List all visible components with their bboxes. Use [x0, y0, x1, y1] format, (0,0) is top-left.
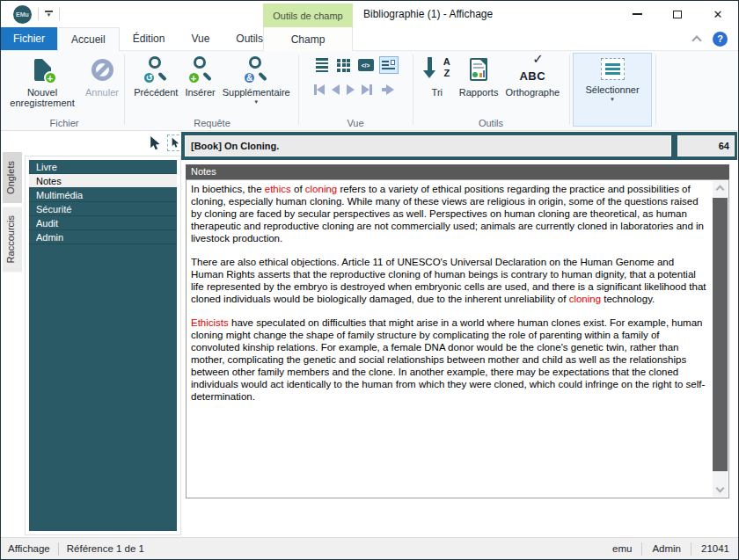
vertical-scrollbar[interactable]: [713, 181, 728, 497]
grid-view-button[interactable]: [335, 57, 353, 73]
sidebar-item-securite[interactable]: Sécurité: [29, 202, 177, 216]
group-separator: [124, 55, 125, 125]
search-insert-icon: +: [187, 56, 214, 83]
app-logo-icon[interactable]: EMu: [13, 5, 32, 24]
collapse-ribbon-icon[interactable]: [691, 35, 701, 45]
sidebar-item-admin[interactable]: Admin: [29, 230, 177, 244]
quick-access-toolbar: EMu ▼: [1, 5, 60, 24]
tab-fichier[interactable]: Fichier: [1, 27, 57, 50]
notes-textarea[interactable]: In bioethics, the ethics of cloning refe…: [186, 179, 729, 498]
status-build: 21041: [701, 543, 729, 554]
list-view-button[interactable]: [313, 57, 331, 73]
previous-query-label: Précédent: [134, 87, 178, 98]
group-separator: [413, 55, 413, 125]
help-icon[interactable]: ?: [713, 32, 728, 47]
chevron-up-icon: [716, 185, 725, 194]
divider: [691, 542, 691, 556]
sidebar-item-audit[interactable]: Audit: [29, 216, 177, 230]
sidebar-item-multimedia[interactable]: Multimédia: [29, 188, 177, 202]
sort-az-icon: AZ: [422, 57, 452, 82]
form-view-button-selected[interactable]: [379, 56, 399, 74]
status-reference-count: Référence 1 de 1: [67, 543, 144, 554]
goto-record-icon: [386, 84, 394, 95]
sidebar-item-livre[interactable]: Livre: [29, 160, 177, 174]
code-view-icon: </>: [358, 59, 374, 71]
ribbon-group-fichier: + Nouvel enregistrement Annuler Fichier: [4, 53, 124, 116]
spellcheck-icon: ✓ ABC: [513, 57, 552, 82]
close-button[interactable]: ✕: [698, 1, 738, 27]
additional-query-button[interactable]: & Supplémentaire ▼: [219, 53, 294, 107]
refresh-badge-icon: ↺: [143, 71, 156, 84]
qat-dropdown-icon[interactable]: ▼: [45, 11, 53, 18]
titlebar: EMu ▼ Outils de champ Bibliographie (1) …: [1, 1, 738, 27]
group-label-fichier: Fichier: [4, 118, 124, 128]
plus-badge-icon: +: [187, 71, 201, 84]
group-separator: [569, 55, 570, 125]
nav-last-button[interactable]: [362, 84, 372, 95]
sidebar-tab-list: LivreNotesMultimédiaSécuritéAuditAdmin: [29, 160, 177, 531]
ribbon-group-vue: </> Vue: [300, 53, 411, 116]
ribbon: + Nouvel enregistrement Annuler Fichier …: [1, 51, 738, 131]
status-bar: Affichage Référence 1 de 1 emu Admin 210…: [1, 537, 738, 559]
close-icon: ✕: [713, 8, 723, 21]
select-button[interactable]: Sélectionner ▼: [573, 53, 652, 127]
select-label: Sélectionner: [585, 84, 639, 95]
pointer-tools: [149, 135, 184, 151]
select-marquee-icon: [601, 58, 625, 80]
pointer-cursor-icon[interactable]: [149, 135, 162, 151]
scrollbar-thumb[interactable]: [713, 198, 728, 471]
vertical-tab-raccourcis[interactable]: Raccourcis: [3, 207, 22, 272]
nav-first-button[interactable]: [314, 84, 325, 95]
chevron-down-icon: [716, 484, 725, 493]
new-record-button[interactable]: + Nouvel enregistrement: [4, 53, 80, 111]
previous-record-icon: [332, 84, 340, 95]
notes-text[interactable]: In bioethics, the ethics of cloning refe…: [187, 180, 712, 498]
record-number-field: 64: [677, 135, 735, 156]
first-record-icon: [317, 84, 325, 95]
dropdown-arrow-icon: ▼: [253, 100, 259, 105]
tab-champ[interactable]: Champ: [263, 27, 353, 51]
spellcheck-button[interactable]: ✓ ABC Orthographe: [501, 53, 563, 100]
group-label-requete: Requête: [126, 118, 298, 128]
tab-edition[interactable]: Édition: [120, 27, 179, 50]
record-header-band: [Book] On Cloning. 64: [181, 132, 737, 160]
pointer-cursor-icon: [171, 137, 180, 149]
reports-button[interactable]: Rapports: [456, 53, 502, 100]
sidebar-item-notes[interactable]: Notes: [29, 174, 177, 188]
reports-label: Rapports: [459, 87, 499, 98]
tab-vue[interactable]: Vue: [178, 27, 223, 50]
ribbon-group-requete: ↺ Précédent + Insérer &: [126, 53, 298, 116]
sort-button[interactable]: AZ Tri: [419, 53, 456, 100]
insert-query-button[interactable]: + Insérer: [181, 53, 218, 100]
nav-previous-button[interactable]: [332, 84, 340, 95]
code-view-button[interactable]: </>: [357, 57, 375, 73]
group-separator: [298, 55, 299, 125]
insert-query-label: Insérer: [185, 87, 215, 98]
dropdown-arrow-icon: ▼: [610, 98, 615, 102]
next-record-icon: [347, 84, 355, 95]
status-group: Admin: [652, 543, 681, 554]
divider: [58, 542, 59, 556]
content-area: [Book] On Cloning. 64 Onglets Raccourcis…: [1, 131, 738, 537]
search-previous-icon: ↺: [143, 56, 169, 83]
previous-query-button[interactable]: ↺ Précédent: [130, 53, 181, 100]
new-record-label: Nouvel enregistrement: [8, 87, 77, 108]
vertical-tab-onglets[interactable]: Onglets: [3, 152, 22, 203]
sidebar-mode-tabs: Onglets Raccourcis: [3, 152, 22, 272]
additional-query-label: Supplémentaire: [223, 87, 290, 98]
minimize-button[interactable]: [617, 1, 657, 27]
divider: [59, 8, 60, 20]
nav-next-button[interactable]: [347, 84, 355, 95]
nav-goto-button[interactable]: [382, 84, 394, 95]
ribbon-tab-row: Fichier Accueil Édition Vue Outils Champ…: [1, 27, 738, 51]
record-detail-panel: Notes In bioethics, the ethics of clonin…: [182, 161, 736, 537]
group-label-outils: Outils: [414, 118, 567, 128]
tab-accueil[interactable]: Accueil: [57, 27, 120, 51]
spellcheck-label: Orthographe: [505, 87, 560, 98]
scroll-up-button[interactable]: [713, 181, 728, 195]
undo-button[interactable]: Annuler: [80, 53, 124, 100]
plus-badge-icon: +: [44, 71, 57, 84]
maximize-button[interactable]: [657, 1, 698, 27]
scroll-down-button[interactable]: [713, 483, 728, 497]
grid-view-icon: [337, 59, 350, 72]
